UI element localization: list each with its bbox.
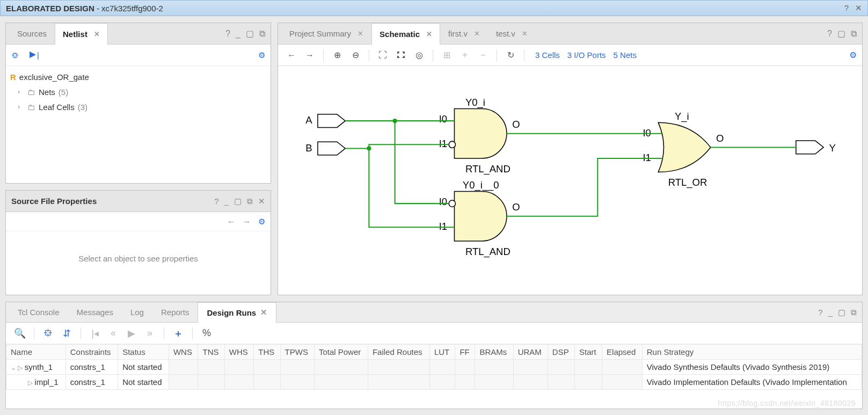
fit-icon[interactable]: ⛶ — [375, 50, 391, 60]
gate-y-i[interactable]: Y_i RTL_OR I0 I1 O — [643, 111, 724, 188]
close-icon[interactable]: ✕ — [426, 30, 432, 38]
popout-icon[interactable]: ⧉ — [259, 29, 265, 39]
col-dsp[interactable]: DSP — [548, 345, 574, 360]
port-b[interactable]: B — [305, 142, 345, 155]
help-icon[interactable]: ? — [844, 3, 849, 13]
percent-icon[interactable]: % — [199, 327, 214, 339]
minus-icon[interactable]: − — [475, 50, 491, 60]
col-constraints[interactable]: Constraints — [65, 345, 118, 360]
popout-icon[interactable]: ⧉ — [851, 29, 857, 39]
svg-text:B: B — [305, 142, 312, 154]
info-io-ports[interactable]: 3 I/O Ports — [567, 50, 606, 60]
help-icon[interactable]: ? — [827, 29, 832, 39]
tab-schematic[interactable]: Schematic✕ — [371, 23, 440, 45]
port-y[interactable]: Y — [796, 141, 836, 154]
col-whs[interactable]: WHS — [224, 345, 254, 360]
close-icon[interactable]: ✕ — [260, 308, 267, 317]
close-icon[interactable]: ✕ — [855, 3, 862, 13]
swap-icon[interactable]: ⇵ — [59, 327, 74, 339]
add-icon[interactable]: ⊞ — [439, 50, 455, 60]
first-icon[interactable]: |◂ — [87, 327, 103, 339]
col-ths[interactable]: THS — [254, 345, 280, 360]
help-icon[interactable]: ? — [214, 196, 218, 206]
col-failed[interactable]: Failed Routes — [368, 345, 429, 360]
port-a[interactable]: A — [305, 114, 345, 128]
col-brams[interactable]: BRAMs — [475, 345, 513, 360]
tab-tcl-console[interactable]: Tcl Console — [9, 302, 68, 322]
goto-icon[interactable]: ⯈| — [29, 50, 39, 60]
tree-nets[interactable]: › 🗀 Nets (5) — [10, 84, 266, 99]
minimize-icon[interactable]: _ — [236, 29, 240, 39]
col-power[interactable]: Total Power — [314, 345, 368, 360]
gate-y0-i[interactable]: Y0_i RTL_AND I0 I1 O — [439, 97, 520, 174]
maximize-icon[interactable]: ▢ — [838, 308, 845, 317]
col-status[interactable]: Status — [118, 345, 169, 360]
tab-log[interactable]: Log — [122, 302, 152, 322]
reload-icon[interactable]: ↻ — [502, 50, 519, 60]
col-name[interactable]: Name — [6, 345, 66, 360]
maximize-icon[interactable]: ▢ — [246, 28, 254, 39]
tab-project-summary[interactable]: Project Summary✕ — [281, 23, 371, 44]
back-icon[interactable]: ← — [227, 217, 235, 226]
svg-text:I0: I0 — [439, 113, 447, 125]
zoom-area-icon[interactable]: ⛚ — [393, 50, 409, 60]
plus-icon[interactable]: ＋ — [457, 49, 473, 61]
forward-icon[interactable]: → — [243, 217, 251, 226]
center-icon[interactable]: ◎ — [411, 50, 427, 60]
col-wns[interactable]: WNS — [169, 345, 198, 360]
col-tpws[interactable]: TPWS — [280, 345, 314, 360]
collapse-icon[interactable]: ⯐ — [41, 327, 56, 339]
tab-reports[interactable]: Reports — [152, 302, 198, 322]
next-icon[interactable]: » — [142, 327, 157, 339]
close-icon[interactable]: ✕ — [94, 30, 100, 38]
close-icon[interactable]: ✕ — [358, 30, 363, 38]
help-icon[interactable]: ? — [225, 29, 230, 39]
col-elapsed[interactable]: Elapsed — [602, 345, 643, 360]
popout-icon[interactable]: ⧉ — [851, 308, 857, 317]
tab-messages[interactable]: Messages — [68, 302, 122, 322]
schematic-canvas[interactable]: A B Y Y0_i — [278, 66, 862, 295]
gear-icon[interactable]: ⚙ — [258, 217, 265, 227]
svg-point-20 — [392, 119, 397, 123]
root-icon: R — [10, 72, 16, 82]
tree-leaf-cells[interactable]: › 🗀 Leaf Cells (3) — [10, 99, 266, 114]
tab-test-v[interactable]: test.v✕ — [488, 23, 536, 44]
col-lut[interactable]: LUT — [429, 345, 455, 360]
gear-icon[interactable]: ⚙ — [849, 50, 857, 60]
gate-y0-i-0[interactable]: Y0_i__0 RTL_AND I0 I1 O — [439, 179, 520, 257]
tab-sources[interactable]: Sources — [9, 23, 55, 44]
gear-icon[interactable]: ⚙ — [258, 50, 265, 60]
maximize-icon[interactable]: ▢ — [837, 28, 845, 39]
svg-text:A: A — [305, 114, 312, 126]
zoom-out-icon[interactable]: ⊖ — [347, 50, 363, 60]
close-icon[interactable]: ✕ — [258, 196, 265, 206]
info-cells[interactable]: 3 Cells — [535, 50, 560, 60]
popout-icon[interactable]: ⧉ — [247, 196, 253, 206]
zoom-in-icon[interactable]: ⊕ — [329, 50, 345, 60]
col-uram[interactable]: URAM — [513, 345, 548, 360]
minimize-icon[interactable]: _ — [828, 308, 833, 317]
close-icon[interactable]: ✕ — [474, 30, 480, 38]
col-tns[interactable]: TNS — [198, 345, 224, 360]
tab-design-runs[interactable]: Design Runs✕ — [198, 302, 276, 323]
minimize-icon[interactable]: _ — [224, 196, 229, 206]
col-start[interactable]: Start — [574, 345, 602, 360]
prev-icon[interactable]: « — [106, 327, 121, 339]
maximize-icon[interactable]: ▢ — [234, 196, 242, 206]
forward-icon[interactable]: → — [302, 50, 318, 60]
back-icon[interactable]: ← — [283, 50, 300, 60]
help-icon[interactable]: ? — [818, 308, 822, 317]
play-icon[interactable]: ▶ — [124, 327, 139, 339]
tree-root[interactable]: R exclusive_OR_gate — [10, 69, 266, 84]
tab-netlist[interactable]: Netlist✕ — [55, 23, 108, 45]
collapse-all-icon[interactable]: ⯐ — [11, 50, 19, 60]
close-icon[interactable]: ✕ — [522, 30, 528, 38]
tab-first-v[interactable]: first.v✕ — [440, 23, 488, 44]
info-nets[interactable]: 5 Nets — [614, 50, 637, 60]
table-row[interactable]: ▷ impl_1 constrs_1 Not started Vivado Im… — [6, 375, 862, 390]
add-icon[interactable]: ＋ — [171, 327, 186, 340]
col-strategy[interactable]: Run Strategy — [642, 345, 862, 360]
col-ff[interactable]: FF — [455, 345, 475, 360]
table-row[interactable]: ⌄ ▷ synth_1 constrs_1 Not started Vivado… — [6, 360, 862, 375]
search-icon[interactable]: 🔍 — [12, 327, 27, 339]
